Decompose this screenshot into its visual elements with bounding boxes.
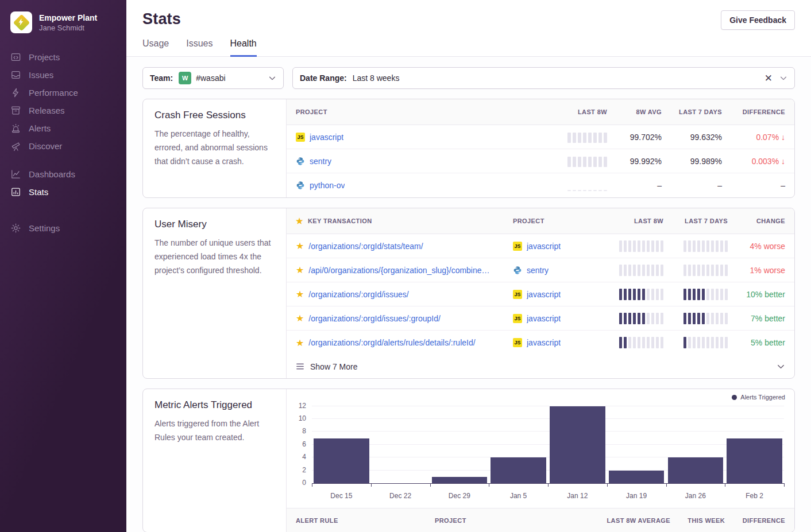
project-link[interactable]: sentry bbox=[310, 157, 331, 166]
main-area: Stats Give Feedback Usage Issues Health … bbox=[126, 0, 811, 532]
crash-free-table-body: JSjavascript99.702%99.632%0.07% ↓sentry9… bbox=[287, 125, 794, 197]
chart-bar-dec-15[interactable] bbox=[314, 438, 369, 483]
spark-bar bbox=[702, 313, 705, 324]
project-link[interactable]: javascript bbox=[527, 338, 561, 347]
chart-bar-jan-12[interactable] bbox=[550, 406, 605, 483]
8w-avg-value: 99.702% bbox=[607, 133, 662, 142]
spark-bar bbox=[642, 313, 645, 324]
stats-icon bbox=[10, 187, 21, 197]
show-more-button[interactable]: Show 7 More bbox=[287, 355, 794, 378]
spark-bar bbox=[624, 337, 627, 348]
spark-bar bbox=[693, 265, 696, 276]
tab-health[interactable]: Health bbox=[230, 38, 257, 57]
user-misery-table-body: ★/organizations/:orgId/stats/team/JSjava… bbox=[287, 234, 794, 355]
transaction-link[interactable]: /organizations/:orgId/issues/:groupId/ bbox=[308, 314, 441, 323]
transaction-link[interactable]: /organizations/:orgId/issues/ bbox=[308, 290, 408, 299]
org-logo bbox=[10, 11, 32, 33]
spark-bar bbox=[593, 133, 597, 143]
crash-free-table-header: Project Last 8W 8W Avg Last 7 Days Diffe… bbox=[287, 99, 794, 125]
spark-bar bbox=[693, 337, 696, 348]
transaction-link[interactable]: /organizations/:orgId/alerts/rules/detai… bbox=[308, 338, 475, 347]
column-this-week: This Week bbox=[670, 517, 725, 524]
spark-bar bbox=[598, 157, 602, 167]
chart-bar-jan-26[interactable] bbox=[668, 457, 724, 483]
python-platform-icon bbox=[296, 181, 305, 190]
metric-alerts-description: Alerts triggered from the Alert Rules yo… bbox=[155, 417, 275, 444]
crash-free-description-panel: Crash Free Sessions The percentage of he… bbox=[143, 99, 287, 197]
spark-bar bbox=[593, 157, 597, 167]
spark-bar bbox=[628, 337, 631, 348]
spark-bar bbox=[633, 289, 636, 300]
spark-bar bbox=[583, 157, 586, 167]
releases-icon bbox=[10, 105, 21, 116]
y-axis-label: 4 bbox=[302, 453, 306, 461]
spark-bar bbox=[567, 133, 571, 143]
sparkline bbox=[683, 289, 728, 300]
key-transaction-star-icon[interactable]: ★ bbox=[296, 265, 304, 275]
user-misery-table: ★ Key Transaction Project Last 8W Last 7… bbox=[287, 208, 794, 378]
sidebar-item-releases[interactable]: Releases bbox=[0, 102, 126, 119]
user-misery-description: The number of unique users that experien… bbox=[155, 236, 275, 277]
page-header: Stats Give Feedback bbox=[126, 0, 811, 30]
spark-bar bbox=[720, 337, 723, 348]
spark-bar bbox=[642, 265, 645, 276]
sidebar-item-label: Projects bbox=[29, 52, 60, 62]
sidebar-item-dashboards[interactable]: Dashboards bbox=[0, 165, 126, 183]
spark-bar bbox=[633, 265, 636, 276]
y-axis-label: 0 bbox=[302, 479, 306, 487]
sidebar-item-performance[interactable]: Performance bbox=[0, 84, 126, 102]
chart-bar-jan-5[interactable] bbox=[491, 457, 546, 483]
spark-bar bbox=[647, 240, 650, 252]
chart-legend[interactable]: Alerts Triggered bbox=[732, 394, 785, 401]
sparkline bbox=[619, 240, 663, 252]
team-select[interactable]: Team: W #wasabi bbox=[142, 67, 284, 89]
sidebar-item-settings[interactable]: Settings bbox=[0, 219, 126, 237]
give-feedback-button[interactable]: Give Feedback bbox=[721, 10, 795, 30]
transaction-link[interactable]: /api/0/organizations/{organization_slug}… bbox=[308, 266, 489, 275]
spark-bar bbox=[604, 190, 607, 191]
key-transaction-star-icon[interactable]: ★ bbox=[296, 313, 304, 324]
sidebar-item-projects[interactable]: Projects bbox=[0, 48, 126, 66]
spark-bar bbox=[711, 289, 714, 300]
project-link[interactable]: python-ov bbox=[310, 181, 345, 190]
clear-date-icon[interactable]: ✕ bbox=[764, 73, 773, 83]
date-range-select[interactable]: Date Range: Last 8 weeks ✕ bbox=[292, 67, 795, 89]
sidebar-item-discover[interactable]: Discover bbox=[0, 137, 126, 155]
x-axis-label: Dec 15 bbox=[312, 492, 371, 500]
key-transaction-star-icon[interactable]: ★ bbox=[296, 289, 304, 300]
spark-bar bbox=[642, 240, 645, 252]
tab-issues[interactable]: Issues bbox=[186, 38, 213, 57]
project-link[interactable]: javascript bbox=[527, 290, 561, 299]
spark-bar bbox=[716, 265, 719, 276]
user-misery-title: User Misery bbox=[155, 219, 275, 230]
spark-bar bbox=[642, 337, 645, 348]
chart-bar-feb-2[interactable] bbox=[727, 438, 782, 483]
column-last-8w: Last 8W bbox=[538, 108, 607, 115]
project-link[interactable]: javascript bbox=[527, 242, 561, 251]
nav-divider bbox=[0, 155, 126, 165]
spark-bar bbox=[720, 289, 723, 300]
spark-bar bbox=[693, 313, 696, 324]
sparkline bbox=[619, 289, 663, 300]
spark-bar bbox=[656, 265, 659, 276]
project-link[interactable]: javascript bbox=[527, 314, 561, 323]
project-link[interactable]: sentry bbox=[527, 266, 549, 275]
sidebar-item-issues[interactable]: Issues bbox=[0, 66, 126, 84]
spark-bar bbox=[683, 289, 686, 300]
sidebar-item-stats[interactable]: Stats bbox=[0, 183, 126, 201]
spark-bar bbox=[656, 289, 659, 300]
key-transaction-star-icon[interactable]: ★ bbox=[296, 240, 304, 251]
sparkline bbox=[619, 313, 663, 324]
spark-bar bbox=[697, 289, 700, 300]
x-axis-tick bbox=[430, 483, 431, 487]
chart-bar-jan-19[interactable] bbox=[609, 471, 665, 483]
project-link[interactable]: javascript bbox=[310, 133, 343, 142]
chart-bar-dec-29[interactable] bbox=[432, 477, 488, 483]
spark-bar bbox=[688, 265, 691, 276]
spark-bar bbox=[628, 240, 631, 252]
key-transaction-star-icon[interactable]: ★ bbox=[296, 337, 304, 348]
tab-usage[interactable]: Usage bbox=[142, 38, 169, 57]
org-switcher[interactable]: Empower Plant Jane Schmidt bbox=[0, 11, 126, 33]
transaction-link[interactable]: /organizations/:orgId/stats/team/ bbox=[308, 242, 423, 251]
sidebar-item-alerts[interactable]: Alerts bbox=[0, 119, 126, 137]
